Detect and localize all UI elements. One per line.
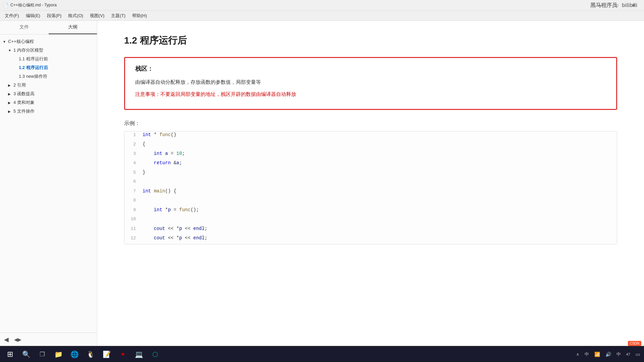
taskbar-app6[interactable]: ⬡	[148, 347, 162, 362]
tab-outline[interactable]: 大纲	[49, 21, 97, 34]
menu-edit[interactable]: 编辑(E)	[22, 11, 44, 20]
taskbar-app3[interactable]: 🐧	[83, 347, 98, 362]
window-title: C++核心编程.md - Typora	[10, 2, 57, 8]
line-content: cout << *p << endl;	[141, 235, 617, 241]
stack-info-box: 栈区： 由编译器自动分配释放，存放函数的参数值，局部变量等 注意事项：不要返回局…	[124, 57, 617, 110]
arrow-icon	[13, 66, 17, 70]
sidebar-item-4[interactable]: ▶ 4 类和对象	[0, 98, 97, 107]
sidebar-item-1-3[interactable]: 1.3 new操作符	[0, 72, 97, 81]
menu-format[interactable]: 格式(O)	[65, 11, 87, 20]
main-layout: 文件 大纲 ▼ C++核心编程 ▼ 1 内存分区模型 1.1 程序运行前 1.2…	[0, 21, 644, 346]
menu-help[interactable]: 帮助(H)	[129, 11, 150, 20]
sidebar-content: ▼ C++核心编程 ▼ 1 内存分区模型 1.1 程序运行前 1.2 程序运行后…	[0, 35, 97, 333]
taskbar-typora[interactable]: 📝	[99, 347, 114, 362]
stack-title: 栈区：	[135, 65, 606, 73]
line-content: }	[141, 170, 617, 175]
code-line-3: 3 int a = 10;	[124, 150, 617, 160]
input-label: 中	[616, 351, 621, 357]
taskbar-explorer[interactable]: 📁	[51, 347, 66, 362]
taskbar-show-desktop[interactable]: ▭	[634, 351, 641, 358]
line-number: 3	[124, 151, 141, 156]
taskbar-ime[interactable]: 中	[583, 351, 590, 358]
title-bar-left: 📄 C++核心编程.md - Typora	[3, 2, 57, 8]
search-circle-icon: 🔍	[22, 350, 31, 358]
sidebar-item-2[interactable]: ▶ 2 引用	[0, 81, 97, 89]
sidebar-item-5[interactable]: ▶ 5 文件操作	[0, 107, 97, 116]
volume-icon: 🔊	[605, 352, 611, 357]
menu-paragraph[interactable]: 段落(P)	[44, 11, 65, 20]
line-number: 2	[124, 142, 141, 147]
stack-warning: 注意事项：不要返回局部变量的地址，栈区开辟的数据由编译器自动释放	[135, 90, 606, 98]
sidebar-nav-source[interactable]: ◀▶	[14, 337, 21, 342]
start-button[interactable]: ⊞	[3, 347, 17, 362]
content-area: 1.2 程序运行后 栈区： 由编译器自动分配释放，存放函数的参数值，局部变量等 …	[97, 21, 644, 346]
line-number: 5	[124, 170, 141, 175]
taskbar-volume[interactable]: 🔊	[604, 351, 612, 358]
line-content: return &a;	[141, 160, 617, 166]
taskbar-wifi[interactable]: 📶	[593, 351, 601, 358]
sidebar-item-memory-model[interactable]: ▼ 1 内存分区模型	[0, 46, 97, 55]
taskbar-app4[interactable]: ✦	[115, 347, 130, 362]
taskbar-task-view[interactable]: ❐	[35, 347, 50, 362]
code-line-11: 11 cout << *p << endl;	[124, 225, 617, 235]
arrow-icon: ▶	[8, 101, 12, 105]
app3-icon: 🐧	[87, 350, 95, 358]
code-line-6: 6	[124, 178, 617, 188]
line-number: 8	[124, 198, 141, 203]
taskbar: ⊞ 🔍 ❐ 📁 🌐 🐧 📝 ✦ 💻 ⬡ ∧ 中 📶 🔊 中 47 ▭ CSDN	[0, 346, 644, 362]
taskbar-input-method[interactable]: 中	[615, 351, 622, 358]
sidebar-item-label: 5 文件操作	[13, 108, 35, 114]
line-number: 4	[124, 161, 141, 166]
line-content: int * func()	[141, 132, 617, 137]
arrow-icon: ▼	[3, 40, 7, 44]
wifi-icon: 📶	[594, 352, 600, 357]
tab-file[interactable]: 文件	[0, 21, 49, 34]
stack-desc: 由编译器自动分配释放，存放函数的参数值，局部变量等	[135, 78, 606, 86]
taskbar-app5[interactable]: 💻	[131, 347, 146, 362]
sidebar-item-1-2[interactable]: 1.2 程序运行后	[0, 63, 97, 72]
arrow-icon: ▼	[8, 49, 12, 52]
taskbar-right: ∧ 中 📶 🔊 中 47 ▭	[575, 351, 641, 358]
code-line-2: 2 {	[124, 141, 617, 150]
code-line-8: 8	[124, 197, 617, 206]
sidebar-item-1-1[interactable]: 1.1 程序运行前	[0, 55, 97, 63]
code-line-5: 5 }	[124, 169, 617, 178]
arrow-icon: ▶	[8, 110, 12, 113]
code-line-1: 1 int * func()	[124, 131, 617, 141]
sidebar-item-label: 1.1 程序运行前	[19, 56, 48, 62]
app-icon: 📄	[3, 3, 8, 8]
taskbar-edge[interactable]: 🌐	[67, 347, 82, 362]
code-line-10: 10	[124, 216, 617, 225]
sidebar-item-cpp-core[interactable]: ▼ C++核心编程	[0, 37, 97, 46]
code-line-12: 12 cout << *p << endl;	[124, 235, 617, 244]
sidebar-item-label: 4 类和对象	[13, 100, 35, 106]
menu-file[interactable]: 文件(F)	[1, 11, 22, 20]
taskbar-time: 47	[626, 352, 630, 356]
sidebar-nav-back[interactable]: ◀	[4, 336, 9, 343]
code-line-4: 4 return &a;	[124, 160, 617, 169]
taskbar-time-area[interactable]: 47	[625, 352, 632, 357]
line-content: cout << *p << endl;	[141, 226, 617, 231]
folder-icon: 📁	[54, 350, 63, 358]
app6-icon: ⬡	[152, 350, 158, 358]
menu-theme[interactable]: 主题(T)	[108, 11, 129, 20]
arrow-icon: ▶	[8, 92, 12, 96]
line-content: int a = 10;	[141, 151, 617, 156]
line-content: int *p = func();	[141, 207, 617, 213]
taskbar-search[interactable]: 🔍	[19, 347, 34, 362]
line-number: 9	[124, 207, 141, 213]
caret-icon: ∧	[576, 352, 579, 357]
sidebar: 文件 大纲 ▼ C++核心编程 ▼ 1 内存分区模型 1.1 程序运行前 1.2…	[0, 21, 97, 346]
menu-view[interactable]: 视图(V)	[87, 11, 108, 20]
section-heading: 1.2 程序运行后	[124, 34, 617, 47]
menu-bar: 文件(F) 编辑(E) 段落(P) 格式(O) 视图(V) 主题(T) 帮助(H…	[0, 11, 644, 21]
task-view-icon: ❐	[40, 351, 45, 358]
sidebar-item-label: C++核心编程	[8, 39, 34, 45]
watermark: 黑马程序员 bilibili	[590, 2, 637, 9]
sidebar-tabs: 文件 大纲	[0, 21, 97, 35]
sidebar-item-3[interactable]: ▶ 3 函数提高	[0, 89, 97, 98]
taskbar-notifications[interactable]: ∧	[575, 351, 581, 357]
arrow-icon	[13, 57, 17, 61]
app4-icon: ✦	[120, 350, 126, 358]
line-number: 12	[124, 236, 141, 241]
